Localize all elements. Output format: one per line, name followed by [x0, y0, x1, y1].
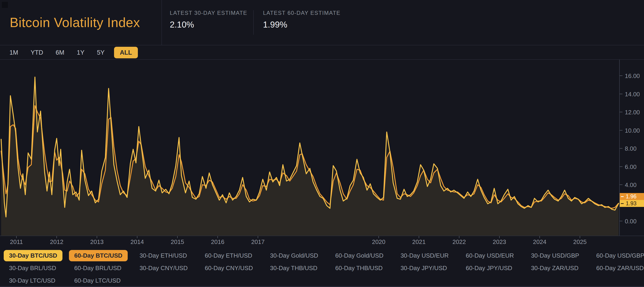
bitcoin-volatility-index-page: Bitcoin Volatility Index LATEST 30-DAY E… [0, 0, 644, 287]
chart-area: 16.0014.0012.0010.008.006.004.000.001.93… [0, 60, 644, 246]
legend-item-30-day-zar-usd[interactable]: 30-Day ZAR/USD [526, 262, 584, 274]
y-tick-dash [620, 130, 622, 131]
legend-item-60-day-eth-usd[interactable]: 60-Day ETH/USD [200, 250, 258, 261]
price-label-60d: 1.96 [620, 193, 644, 200]
legend-item-60-day-cny-usd[interactable]: 60-Day CNY/USD [200, 262, 258, 274]
estimate-60d-label: LATEST 60-DAY ESTIMATE [263, 10, 374, 16]
legend-item-60-day-usd-gbp[interactable]: 60-Day USD/GBP [591, 250, 644, 261]
x-tick-dash [56, 236, 57, 238]
estimate-60d-block: LATEST 60-DAY ESTIMATE 1.99% [253, 0, 374, 45]
price-label-30d: 1.93 [620, 200, 644, 207]
x-tick-dash [137, 236, 138, 238]
x-tick-label-2013: 2013 [88, 238, 106, 245]
estimate-30d-value: 2.10% [170, 20, 253, 30]
x-tick-dash [419, 236, 419, 238]
x-tick-label-2016: 2016 [208, 238, 227, 245]
area-fill-30d [1, 77, 618, 236]
legend-item-30-day-ltc-usd[interactable]: 30-Day LTC/USD [4, 275, 60, 286]
range-button-6m[interactable]: 6M [50, 47, 71, 58]
range-button-ytd[interactable]: YTD [24, 47, 50, 58]
header: Bitcoin Volatility Index LATEST 30-DAY E… [0, 0, 644, 45]
x-tick-label-2012: 2012 [48, 238, 66, 245]
x-tick-label-2022: 2022 [450, 238, 468, 245]
x-tick-dash [16, 236, 17, 238]
legend-item-60-day-thb-usd[interactable]: 60-Day THB/USD [330, 262, 388, 274]
x-tick-dash [378, 236, 379, 238]
x-tick-dash [97, 236, 97, 238]
y-tick-dash [620, 221, 622, 221]
x-tick-dash [499, 236, 500, 238]
estimate-60d-value: 1.99% [263, 20, 374, 30]
x-tick-label-2023: 2023 [490, 238, 509, 245]
x-tick-label-2011: 2011 [7, 238, 26, 245]
legend-item-30-day-jpy-usd[interactable]: 30-Day JPY/USD [395, 262, 452, 274]
y-tick-label: 8.00 [625, 145, 644, 152]
legend-item-60-day-jpy-usd[interactable]: 60-Day JPY/USD [460, 262, 518, 274]
y-tick-dash [620, 94, 622, 94]
x-tick-dash [580, 236, 580, 238]
x-tick-dash [218, 236, 218, 238]
y-tick-label: 4.00 [625, 181, 644, 189]
x-tick-dash [540, 236, 540, 238]
legend-item-30-day-thb-usd[interactable]: 30-Day THB/USD [265, 262, 323, 274]
legend-item-30-day-brl-usd[interactable]: 30-Day BRL/USD [4, 262, 62, 274]
legend-item-60-day-ltc-usd[interactable]: 60-Day LTC/USD [69, 275, 126, 286]
legend-item-30-day-cny-usd[interactable]: 30-Day CNY/USD [134, 262, 193, 274]
legend-item-60-day-zar-usd[interactable]: 60-Day ZAR/USD [591, 262, 644, 274]
range-buttons: 1MYTD6M1Y5YALL [0, 46, 644, 60]
y-tick-label: 12.00 [625, 109, 644, 116]
page-title: Bitcoin Volatility Index [10, 15, 140, 30]
series-legend: 30-Day BTC/USD60-Day BTC/USD30-Day ETH/U… [0, 246, 644, 287]
x-tick-label-2014: 2014 [128, 238, 146, 245]
legend-item-60-day-btc-usd[interactable]: 60-Day BTC/USD [69, 250, 128, 261]
estimate-30d-label: LATEST 30-DAY ESTIMATE [170, 10, 253, 16]
y-tick-label: 16.00 [625, 73, 644, 80]
y-tick-label: 0.00 [625, 218, 644, 225]
legend-item-30-day-btc-usd[interactable]: 30-Day BTC/USD [4, 250, 62, 261]
legend-item-60-day-usd-eur[interactable]: 60-Day USD/EUR [460, 250, 519, 261]
legend-item-60-day-gold-usd[interactable]: 60-Day Gold/USD [330, 250, 388, 261]
title-box: Bitcoin Volatility Index [0, 0, 162, 45]
legend-item-30-day-gold-usd[interactable]: 30-Day Gold/USD [265, 250, 324, 261]
x-tick-label-2021: 2021 [410, 238, 428, 245]
legend-item-30-day-usd-eur[interactable]: 30-Day USD/EUR [395, 250, 454, 261]
legend-item-30-day-usd-gbp[interactable]: 30-Day USD/GBP [526, 250, 584, 261]
range-button-all[interactable]: ALL [114, 47, 138, 58]
range-button-1y[interactable]: 1Y [70, 47, 91, 58]
range-button-1m[interactable]: 1M [3, 47, 24, 58]
y-axis-scale[interactable]: 16.0014.0012.0010.008.006.004.000.001.93… [619, 60, 644, 236]
range-button-5y[interactable]: 5Y [91, 47, 111, 58]
x-tick-label-2024: 2024 [530, 238, 549, 245]
y-tick-dash [620, 112, 622, 112]
volatility-chart[interactable] [0, 60, 619, 236]
y-tick-label: 14.00 [625, 91, 644, 98]
y-tick-dash [620, 76, 622, 76]
legend-item-60-day-brl-usd[interactable]: 60-Day BRL/USD [69, 262, 127, 274]
x-tick-dash [177, 236, 178, 238]
x-tick-label-2025: 2025 [571, 238, 589, 245]
x-axis-scale[interactable]: 2011201220132014201520162017202020212022… [0, 236, 644, 246]
y-tick-dash [620, 166, 622, 167]
x-tick-label-2020: 2020 [370, 238, 388, 245]
estimate-30d-block: LATEST 30-DAY ESTIMATE 2.10% [162, 0, 253, 45]
y-tick-dash [620, 184, 622, 185]
x-tick-label-2017: 2017 [249, 238, 267, 245]
y-tick-dash [620, 148, 622, 149]
y-tick-label: 10.00 [625, 127, 644, 134]
y-tick-label: 6.00 [625, 163, 644, 171]
legend-item-30-day-eth-usd[interactable]: 30-Day ETH/USD [134, 250, 192, 261]
x-tick-dash [459, 236, 460, 238]
x-tick-dash [258, 236, 258, 238]
x-tick-label-2015: 2015 [168, 238, 187, 245]
